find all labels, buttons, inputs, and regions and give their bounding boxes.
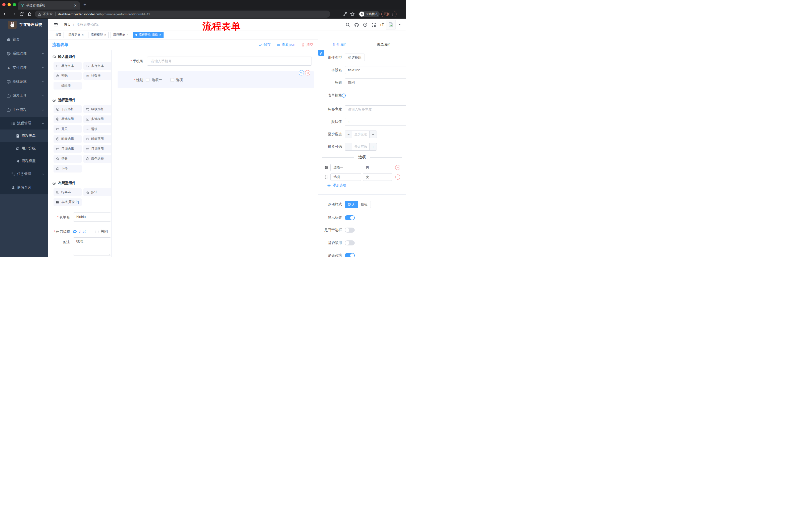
- forward-icon[interactable]: [11, 11, 16, 17]
- tab-component-props[interactable]: 组件属性: [318, 39, 362, 50]
- sidebar-item-process-form[interactable]: 流程表单: [0, 130, 48, 142]
- tag-process-model[interactable]: 流程模型×: [88, 32, 109, 38]
- tag-close-icon[interactable]: ×: [82, 33, 84, 37]
- avatar-caret-down-icon[interactable]: [399, 24, 401, 26]
- sidebar-item-home[interactable]: 首页: [0, 32, 48, 47]
- tab-form-props[interactable]: 表单属性: [362, 39, 406, 50]
- tag-home[interactable]: 首页: [53, 32, 64, 38]
- tag-close-icon[interactable]: ×: [127, 33, 128, 37]
- style-default-button[interactable]: 默认: [345, 201, 358, 208]
- field-name-input[interactable]: [345, 66, 406, 74]
- option1-value-input[interactable]: [363, 164, 392, 171]
- component-item-counter[interactable]: 123计数器: [83, 72, 112, 80]
- form-name-input[interactable]: [73, 213, 111, 221]
- resize-handle[interactable]: [108, 253, 110, 255]
- gender-option2-checkbox[interactable]: 选项二: [170, 78, 186, 82]
- sidebar-item-user-group[interactable]: 用户分组: [0, 142, 48, 155]
- default-value-input[interactable]: [345, 118, 406, 126]
- window-controls[interactable]: [2, 3, 16, 6]
- option2-value-input[interactable]: [363, 173, 392, 181]
- drag-handle-icon[interactable]: [324, 165, 329, 170]
- slider-handle[interactable]: [342, 93, 346, 98]
- add-option-button[interactable]: 添加选项: [327, 183, 346, 188]
- drag-handle-icon[interactable]: [324, 175, 329, 179]
- option2-label-input[interactable]: [330, 173, 361, 181]
- sidebar-item-infra[interactable]: 基础设施: [0, 75, 48, 89]
- tag-process-definition[interactable]: 流程定义×: [66, 32, 86, 38]
- component-item-slider[interactable]: 滑块: [83, 125, 112, 133]
- sidebar-item-system[interactable]: 系统管理: [0, 47, 48, 61]
- component-item-checkbox-group[interactable]: 多选框组: [83, 115, 112, 123]
- view-json-button[interactable]: 查看json: [277, 43, 295, 47]
- component-item-upload[interactable]: 上传: [54, 165, 82, 172]
- component-item-button[interactable]: 按钮: [83, 188, 112, 196]
- duplicate-component-button[interactable]: [299, 70, 304, 76]
- min-select-placeholder[interactable]: 至少应选: [352, 131, 369, 138]
- component-item-row-container[interactable]: 行容器: [54, 188, 82, 196]
- reload-icon[interactable]: [19, 11, 24, 17]
- form-remark-textarea[interactable]: [73, 237, 111, 255]
- component-item-password[interactable]: 密码: [54, 72, 82, 80]
- browser-update-button[interactable]: 更新 ⋮: [381, 11, 397, 17]
- status-closed-radio[interactable]: 关闭: [95, 229, 108, 234]
- component-item-radio-group[interactable]: 单选框组: [54, 115, 82, 123]
- bookmark-star-icon[interactable]: [350, 11, 355, 17]
- font-size-icon[interactable]: тT: [380, 22, 384, 26]
- sidebar-item-devtools[interactable]: 研发工具: [0, 89, 48, 103]
- required-switch[interactable]: [345, 253, 355, 257]
- component-item-time-picker[interactable]: 时间选择: [54, 135, 82, 143]
- breadcrumb-home[interactable]: 首页: [64, 22, 71, 27]
- sidebar-fold-icon[interactable]: [54, 23, 58, 27]
- component-item-editor[interactable]: 编辑器: [54, 82, 82, 89]
- sidebar-item-leave-query[interactable]: 请假查询: [0, 181, 48, 194]
- disabled-switch[interactable]: [345, 240, 355, 245]
- tag-close-icon[interactable]: ×: [104, 33, 106, 37]
- increase-button[interactable]: +: [369, 143, 377, 151]
- key-icon[interactable]: [343, 11, 348, 17]
- help-icon[interactable]: [363, 22, 368, 27]
- sidebar-item-process-mgmt[interactable]: 流程管理: [0, 117, 48, 130]
- github-icon[interactable]: [354, 22, 359, 27]
- decrease-button[interactable]: −: [345, 131, 352, 138]
- tag-process-form[interactable]: 流程表单×: [111, 32, 131, 38]
- component-item-switch[interactable]: 开关: [54, 125, 82, 133]
- home-icon[interactable]: [27, 11, 32, 17]
- status-open-radio[interactable]: 开启: [73, 229, 86, 234]
- component-item-table[interactable]: 表格[开发中]: [54, 198, 82, 206]
- sidebar-item-workflow[interactable]: 工作流程: [0, 103, 48, 117]
- max-select-placeholder[interactable]: 最多可选: [352, 143, 369, 151]
- browser-tab[interactable]: 芋道管理系统 ✕: [18, 1, 80, 9]
- fullscreen-icon[interactable]: [371, 22, 376, 27]
- maximize-window-button[interactable]: [13, 3, 16, 6]
- remove-option-button[interactable]: −: [395, 174, 400, 180]
- component-item-time-range[interactable]: 时间范围: [83, 135, 112, 143]
- address-bar[interactable]: 不安全 dashboard.yudao.iocoder.cn/bpm/manag…: [35, 10, 330, 18]
- component-item-multi-text[interactable]: 多行文本: [83, 62, 112, 70]
- remove-option-button[interactable]: −: [395, 165, 400, 170]
- save-button[interactable]: 保存: [259, 43, 270, 47]
- sidebar-item-payment[interactable]: ¥ 支付管理: [0, 61, 48, 75]
- increase-button[interactable]: +: [369, 131, 377, 138]
- component-item-cascader[interactable]: 级联选择: [83, 105, 112, 113]
- show-label-switch[interactable]: [345, 215, 355, 220]
- component-item-single-text[interactable]: 单行文本: [54, 62, 82, 70]
- back-icon[interactable]: [3, 11, 8, 17]
- decrease-button[interactable]: −: [345, 143, 352, 151]
- style-button-button[interactable]: 按钮: [358, 201, 371, 208]
- minimize-window-button[interactable]: [7, 3, 11, 6]
- tag-process-form-edit[interactable]: 流程表单-编辑×: [133, 32, 164, 38]
- component-type-select[interactable]: 多选框组: [345, 54, 365, 61]
- title-input[interactable]: [345, 78, 406, 86]
- component-item-select[interactable]: 下拉选择: [54, 105, 82, 113]
- gender-option1-checkbox[interactable]: 选项一: [146, 78, 162, 82]
- label-width-input[interactable]: [345, 105, 406, 113]
- delete-component-button[interactable]: [305, 70, 310, 76]
- new-tab-button[interactable]: +: [83, 2, 86, 7]
- phone-field-input[interactable]: [147, 57, 312, 65]
- search-icon[interactable]: [345, 22, 350, 27]
- component-item-date-picker[interactable]: 日期选择: [54, 145, 82, 153]
- border-switch[interactable]: [345, 227, 355, 233]
- component-item-date-range[interactable]: 日期范围: [83, 145, 112, 153]
- browser-menu-dots-icon[interactable]: ⋮: [391, 12, 395, 16]
- clear-button[interactable]: 清空: [301, 43, 313, 47]
